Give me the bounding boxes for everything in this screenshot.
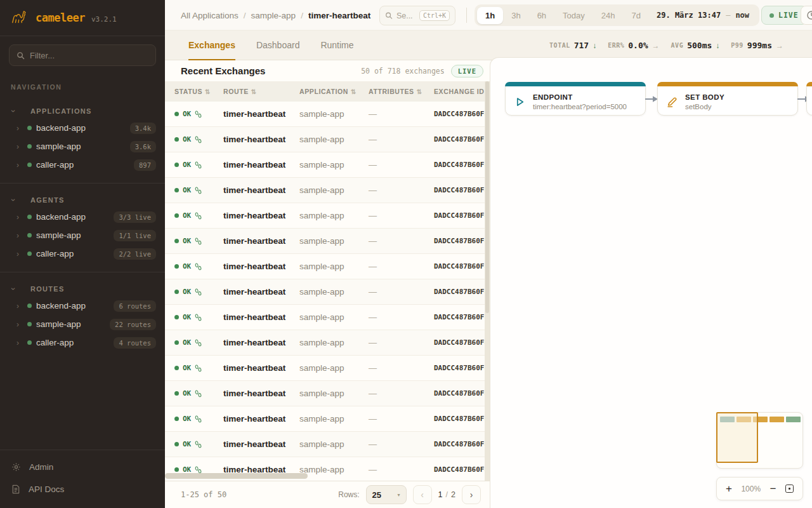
exchange-id-cell: DADCC487B60F8: [434, 313, 490, 321]
global-search[interactable]: Ctrl+K: [379, 6, 455, 25]
zoom-in-button[interactable]: +: [726, 483, 732, 494]
route-cell: timer-heartbeat: [223, 135, 299, 144]
column-header-exchange-id[interactable]: EXCHANGE ID ⇅: [434, 88, 490, 95]
tab-dashboard[interactable]: Dashboard: [256, 30, 300, 60]
tab-runtime[interactable]: Runtime: [320, 30, 353, 60]
steps-icon: [195, 415, 202, 423]
table-row[interactable]: OK timer-heartbeat sample-app — DADCC487…: [165, 152, 490, 178]
exchange-id-cell: DADCC487B60F8: [434, 110, 490, 118]
attributes-cell: —: [369, 236, 434, 246]
logo-row[interactable]: cameleer v3.2.1: [0, 0, 165, 36]
sidebar-item-caller-app[interactable]: › caller-app 897: [0, 156, 165, 174]
sidebar-item-backend-app[interactable]: › backend-app 3/3 live: [0, 208, 165, 226]
date-to: now: [735, 11, 749, 20]
table-row[interactable]: OK timer-heartbeat sample-app — DADCC487…: [165, 330, 490, 356]
status-cell: OK: [174, 364, 223, 372]
sidebar-footer: Admin API Docs: [0, 450, 165, 508]
sidebar-item-backend-app[interactable]: › backend-app 6 routes: [0, 297, 165, 315]
nav-item-badge: 1/1 live: [114, 230, 156, 241]
sidebar-item-sample-app[interactable]: › sample-app 3.6k: [0, 137, 165, 156]
route-cell: timer-heartbeat: [223, 109, 299, 119]
time-range-button[interactable]: 6h: [529, 7, 554, 24]
fit-view-button[interactable]: [785, 485, 794, 493]
application-cell: sample-app: [299, 465, 369, 474]
flow-edge-arrow: [645, 95, 658, 104]
time-range-button[interactable]: 7d: [624, 7, 649, 24]
sidebar-item-admin[interactable]: Admin: [0, 456, 165, 478]
filter-input[interactable]: [30, 51, 148, 60]
section-header[interactable]: › AGENTS: [0, 192, 165, 208]
status-cell: OK: [174, 389, 223, 398]
vertical-scrollbar[interactable]: [485, 81, 490, 481]
time-range-button[interactable]: 24h: [593, 7, 624, 24]
vertical-scrollbar-thumb[interactable]: [485, 81, 489, 313]
table-header: STATUS ⇅ ROUTE ⇅ APPLICATION ⇅ ATTRIBUTE…: [165, 81, 490, 102]
table-row[interactable]: OK timer-heartbeat sample-app — DADCC487…: [165, 381, 490, 406]
section-header[interactable]: › ROUTES: [0, 281, 165, 297]
page-separator: /: [446, 490, 448, 499]
minimap[interactable]: [716, 412, 803, 469]
flow-node-partial[interactable]: [806, 82, 812, 116]
sidebar-item-api-docs[interactable]: API Docs: [0, 478, 165, 500]
minimap-viewport[interactable]: [716, 412, 758, 463]
live-toggle[interactable]: LIVE: [761, 6, 807, 25]
time-range-button[interactable]: 3h: [503, 7, 528, 24]
column-header-route[interactable]: ROUTE ⇅: [223, 88, 299, 95]
table-row[interactable]: OK timer-heartbeat sample-app — DADCC487…: [165, 178, 490, 203]
status-dot-icon: [174, 391, 179, 396]
table-row[interactable]: OK timer-heartbeat sample-app — DADCC487…: [165, 203, 490, 229]
status-dot-icon: [174, 264, 179, 269]
section-items: › backend-app 3/3 live › sample-app 1/1 …: [0, 208, 165, 263]
breadcrumb-item[interactable]: sample-app: [251, 11, 296, 20]
zoom-out-button[interactable]: −: [770, 483, 776, 494]
gear-icon: [11, 462, 21, 472]
nav-item-badge: 2/2 live: [114, 248, 156, 260]
steps-icon: [195, 187, 202, 194]
table-row[interactable]: OK timer-heartbeat sample-app — DADCC487…: [165, 432, 490, 457]
table-row[interactable]: OK timer-heartbeat sample-app — DADCC487…: [165, 254, 490, 279]
tab-exchanges[interactable]: Exchanges: [188, 30, 235, 60]
route-cell: timer-heartbeat: [223, 363, 299, 373]
shortcut-badge: Ctrl+K: [419, 10, 450, 21]
prev-page-button[interactable]: ‹: [413, 485, 432, 504]
table-row[interactable]: OK timer-heartbeat sample-app — DADCC487…: [165, 229, 490, 254]
search-input[interactable]: [396, 11, 416, 20]
table-row[interactable]: OK timer-heartbeat sample-app — DADCC487…: [165, 127, 490, 152]
breadcrumb-item[interactable]: timer-heartbeat: [308, 11, 370, 20]
sidebar-filter[interactable]: [9, 44, 156, 66]
chevron-right-icon: ›: [16, 161, 24, 170]
time-range-button[interactable]: 1h: [477, 7, 503, 24]
section-header[interactable]: › APPLICATIONS: [0, 104, 165, 119]
horizontal-scrollbar[interactable]: [165, 473, 308, 479]
table-row[interactable]: OK timer-heartbeat sample-app — DADCC487…: [165, 305, 490, 330]
sidebar-item-caller-app[interactable]: › caller-app 2/2 live: [0, 244, 165, 263]
document-icon: [11, 485, 20, 494]
column-header-status[interactable]: STATUS ⇅: [174, 88, 223, 95]
health-dot-icon: [27, 340, 32, 345]
status-dot-icon: [174, 340, 179, 345]
flow-node-endpoint[interactable]: ENDPOINT timer:heartbeat?period=5000: [505, 82, 646, 116]
navigation-label: NAVIGATION: [11, 83, 154, 91]
table-row[interactable]: OK timer-heartbeat sample-app — DADCC487…: [165, 102, 490, 127]
status-label: OK: [183, 338, 191, 347]
table-row[interactable]: OK timer-heartbeat sample-app — DADCC487…: [165, 356, 490, 381]
sidebar-item-sample-app[interactable]: › sample-app 22 routes: [0, 315, 165, 333]
sidebar-item-sample-app[interactable]: › sample-app 1/1 live: [0, 226, 165, 244]
sort-icon: ⇅: [351, 88, 357, 95]
time-range-button[interactable]: Today: [554, 7, 593, 24]
sidebar-item-caller-app[interactable]: › caller-app 4 routes: [0, 333, 165, 352]
breadcrumb-item[interactable]: All Applications: [181, 11, 239, 20]
next-page-button[interactable]: ›: [462, 485, 481, 504]
column-label: APPLICATION: [299, 88, 348, 95]
flow-node-setbody[interactable]: SET BODY setBody: [657, 82, 798, 116]
sidebar-item-backend-app[interactable]: › backend-app 3.4k: [0, 119, 165, 137]
refresh-interval-button[interactable]: [801, 6, 812, 25]
date-range-display[interactable]: 29. März 13:47 — now: [649, 11, 757, 20]
table-row[interactable]: OK timer-heartbeat sample-app — DADCC487…: [165, 406, 490, 432]
route-flow-canvas[interactable]: ENDPOINT timer:heartbeat?period=5000 SET…: [490, 57, 812, 508]
table-row[interactable]: OK timer-heartbeat sample-app — DADCC487…: [165, 279, 490, 305]
column-header-attributes[interactable]: ATTRIBUTES ⇅: [369, 88, 434, 95]
rows-per-page-select[interactable]: 25 ▾: [366, 485, 407, 504]
application-cell: sample-app: [299, 211, 369, 220]
column-header-application[interactable]: APPLICATION ⇅: [299, 88, 369, 95]
